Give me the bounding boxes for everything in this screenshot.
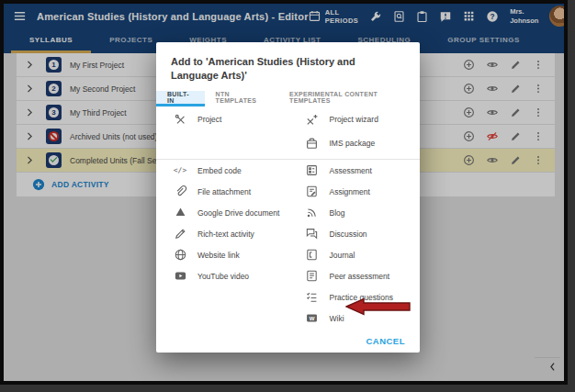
modal-item-project[interactable]: Project (156, 108, 288, 130)
practice-questions-icon (305, 290, 320, 304)
modal-item-youtube-video[interactable]: YouTube video (156, 265, 288, 286)
modal-item-ims-package[interactable]: IMS package (288, 132, 421, 154)
cancel-button[interactable]: CANCEL (366, 336, 405, 346)
dialog-tabs: BUILT-IN NTN TEMPLATES EXPERIMENTAL CONT… (156, 91, 420, 106)
assignment-icon (305, 185, 320, 198)
code-icon: </> (173, 163, 187, 177)
modal-item-journal[interactable]: Journal (288, 244, 421, 265)
modal-item-discussion[interactable]: Discussion (288, 223, 421, 244)
modal-item-practice-questions[interactable]: Practice questions (288, 286, 421, 308)
modal-item-assignment[interactable]: Assignment (288, 181, 421, 202)
modal-item-file-attachment[interactable]: File attachment (156, 181, 288, 202)
paperclip-icon (173, 185, 187, 198)
modal-item-rich-text[interactable]: Rich-text activity (156, 223, 288, 244)
modal-item-project-wizard[interactable]: Project wizard (288, 108, 421, 130)
project-tools-icon (173, 113, 187, 127)
svg-text:</>: </> (174, 166, 187, 174)
modal-item-assessment[interactable]: Assessment (288, 160, 421, 181)
modal-item-blog[interactable]: Blog (288, 202, 421, 223)
google-drive-icon (173, 206, 187, 219)
svg-text:W: W (310, 315, 315, 321)
modal-item-website-link[interactable]: Website link (156, 244, 288, 265)
blog-icon (305, 206, 320, 219)
discussion-icon (305, 227, 320, 241)
peer-assessment-icon (305, 269, 320, 283)
journal-icon (305, 248, 320, 262)
app-window: American Studies (History and Language A… (0, 0, 568, 385)
dialog-title: Add to 'American Studies (History and La… (156, 42, 420, 91)
dialog-tab-experimental[interactable]: EXPERIMENTAL CONTENT TEMPLATES (278, 91, 420, 106)
modal-item-wiki[interactable]: W Wiki (288, 308, 421, 329)
modal-item-peer-assessment[interactable]: Peer assessment (288, 265, 421, 286)
modal-item-google-drive[interactable]: Google Drive document (156, 202, 288, 223)
assessment-icon (305, 163, 320, 177)
add-content-dialog: Add to 'American Studies (History and La… (156, 42, 420, 353)
modal-item-embed-code[interactable]: </> Embed code (156, 160, 288, 181)
project-wizard-icon (305, 113, 320, 127)
youtube-icon (173, 269, 187, 283)
globe-icon (173, 248, 187, 262)
package-icon (305, 137, 320, 151)
dialog-tab-ntn-templates[interactable]: NTN TEMPLATES (205, 91, 279, 106)
dialog-tab-built-in[interactable]: BUILT-IN (156, 91, 205, 106)
pencil-icon (173, 227, 187, 241)
wiki-icon: W (305, 311, 320, 325)
